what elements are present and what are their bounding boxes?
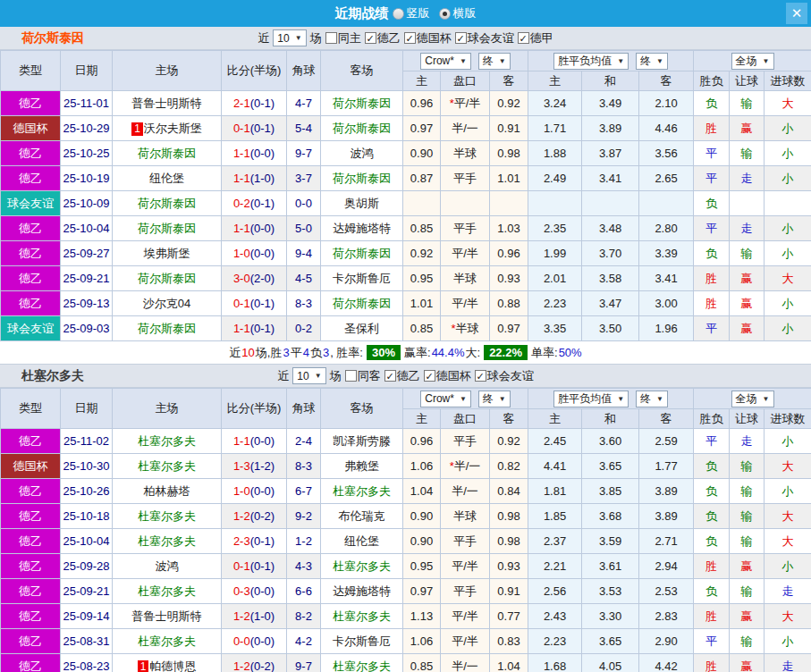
avg-home-win [528, 191, 582, 216]
corner-count: 8-3 [287, 454, 321, 479]
same-venue-checkbox-label: 同主 [338, 30, 361, 46]
league-checkbox-1[interactable]: ✓ [424, 370, 435, 382]
match-count-select[interactable]: 10▼ [292, 367, 325, 384]
league-checkbox-3[interactable]: ✓ [518, 32, 529, 44]
avg-home-win: 2.35 [528, 216, 582, 241]
games-label: 场 [330, 368, 342, 384]
same-venue-checkbox[interactable] [325, 32, 337, 44]
match-filters: 近10▼场同主✓德乙✓德国杯✓球会友谊✓德甲 [258, 29, 553, 46]
avg-source-select[interactable]: 胜平负均值▼ [553, 391, 629, 407]
corner-count: 8-3 [287, 291, 321, 316]
avg-draw: 3.85 [582, 479, 639, 504]
avg-time-select[interactable]: 终▼ [636, 53, 668, 70]
match-date: 25-11-01 [61, 91, 113, 116]
close-button[interactable]: ✕ [786, 3, 807, 24]
league-checkbox-0[interactable]: ✓ [365, 32, 376, 44]
same-venue-checkbox[interactable] [345, 370, 357, 382]
result-goals: 大 [765, 529, 811, 554]
away-team-name: 荷尔斯泰因 [333, 172, 391, 185]
handicap: 平手 [441, 529, 490, 554]
handicap: 半/一 [441, 479, 490, 504]
home-team-name: 沙尔克04 [143, 297, 190, 310]
league-checkbox-0-label: 德乙 [397, 368, 420, 384]
halftime-score: (0-1) [250, 122, 275, 135]
odds-away: 1.04 [490, 654, 528, 672]
away-team: 杜塞尔多夫 [321, 604, 403, 629]
score: 0-2(0-1) [222, 191, 287, 216]
league-checkbox-0[interactable]: ✓ [384, 370, 396, 382]
radio-button[interactable] [393, 8, 404, 20]
radio-button-checked[interactable] [439, 8, 451, 20]
result-handicap: 输 [730, 241, 765, 266]
result-handicap: 输 [730, 479, 765, 504]
summary-text: 3 [323, 346, 329, 359]
chevron-down-icon: ▼ [499, 57, 506, 65]
handicap: 半球 [441, 141, 490, 166]
league-checkbox-2-label: 球会友谊 [468, 30, 514, 46]
league-badge: 德国杯 [1, 116, 61, 141]
home-team-name: 普鲁士明斯特 [132, 609, 202, 623]
home-team-name: 杜塞尔多夫 [138, 509, 196, 523]
table-row: 德乙25-09-28波鸿0-1(0-1)4-3杜塞尔多夫0.95平/半0.932… [1, 554, 811, 579]
result-handicap: 输 [730, 504, 765, 529]
table-row: 德乙25-11-01普鲁士明斯特2-1(0-1)4-7荷尔斯泰因0.96*平/半… [1, 91, 811, 116]
avg-away-win: 4.46 [639, 116, 694, 141]
result-wdl: 平 [694, 316, 730, 341]
avg-draw [582, 191, 639, 216]
league-checkbox-1[interactable]: ✓ [404, 32, 416, 44]
avg-draw: 3.65 [582, 454, 639, 479]
league-checkbox-2[interactable]: ✓ [455, 32, 467, 44]
odds-time-select[interactable]: 终▼ [478, 391, 511, 407]
corner-count: 3-7 [287, 166, 321, 191]
result-handicap: 输 [730, 91, 765, 116]
corner-count: 9-4 [287, 241, 321, 266]
period-select[interactable]: 全场▼ [731, 391, 774, 407]
away-team-name: 杜塞尔多夫 [333, 559, 391, 573]
summary-text: 负 [310, 345, 322, 361]
away-team: 达姆施塔特 [321, 579, 403, 604]
odds-away: 0.82 [490, 454, 528, 479]
home-team-name: 普鲁士明斯特 [132, 97, 202, 110]
away-team: 达姆施塔特 [321, 216, 403, 241]
result-goals: 大 [765, 504, 811, 529]
handicap: 平手 [441, 579, 490, 604]
result-wdl: 胜 [694, 266, 730, 291]
result-wdl: 负 [694, 91, 730, 116]
avg-draw: 3.48 [582, 216, 639, 241]
sub-column-header: 客 [490, 409, 528, 429]
avg-home-win: 2.49 [528, 166, 582, 191]
avg-home-win: 1.88 [528, 141, 582, 166]
sub-column-header: 让球 [730, 409, 765, 429]
summary-text: 50% [559, 346, 582, 359]
score: 1-3(1-2) [222, 454, 287, 479]
avg-home-win: 1.71 [528, 116, 582, 141]
avg-time-select[interactable]: 终▼ [636, 391, 668, 407]
result-handicap: 输 [730, 629, 765, 654]
away-team-name: 凯泽斯劳滕 [333, 434, 391, 448]
result-handicap: 走 [730, 429, 765, 454]
odds-time-select[interactable]: 终▼ [478, 53, 511, 70]
column-header: 角球 [287, 51, 321, 91]
avg-home-win: 4.41 [528, 454, 582, 479]
league-checkbox-3-label: 德甲 [530, 30, 553, 46]
home-team: 荷尔斯泰因 [113, 141, 222, 166]
handicap: 半/一 [441, 654, 490, 672]
result-goals: 走 [765, 654, 811, 672]
period-select[interactable]: 全场▼ [731, 53, 774, 70]
odds-source-select[interactable]: Crow*▼ [420, 391, 471, 407]
result-handicap: 赢 [730, 116, 765, 141]
avg-draw: 3.87 [582, 141, 639, 166]
home-team: 1帕德博恩 [113, 654, 222, 672]
avg-source-select[interactable]: 胜平负均值▼ [553, 53, 629, 70]
fulltime-score: 1-2 [233, 509, 250, 523]
away-team: 荷尔斯泰因 [321, 291, 403, 316]
avg-home-win: 2.56 [528, 579, 582, 604]
radio-label: 竖版 [407, 5, 430, 21]
halftime-score: (0-0) [250, 634, 275, 648]
league-checkbox-2[interactable]: ✓ [475, 370, 486, 382]
handicap-text: 平手 [453, 222, 477, 235]
table-row: 德乙25-08-231帕德博恩1-2(0-2)9-7杜塞尔多夫0.85半/一1.… [1, 654, 811, 672]
odds-source-select[interactable]: Crow*▼ [420, 53, 471, 70]
match-count-select[interactable]: 10▼ [273, 29, 306, 46]
odds-home: 1.06 [403, 629, 441, 654]
